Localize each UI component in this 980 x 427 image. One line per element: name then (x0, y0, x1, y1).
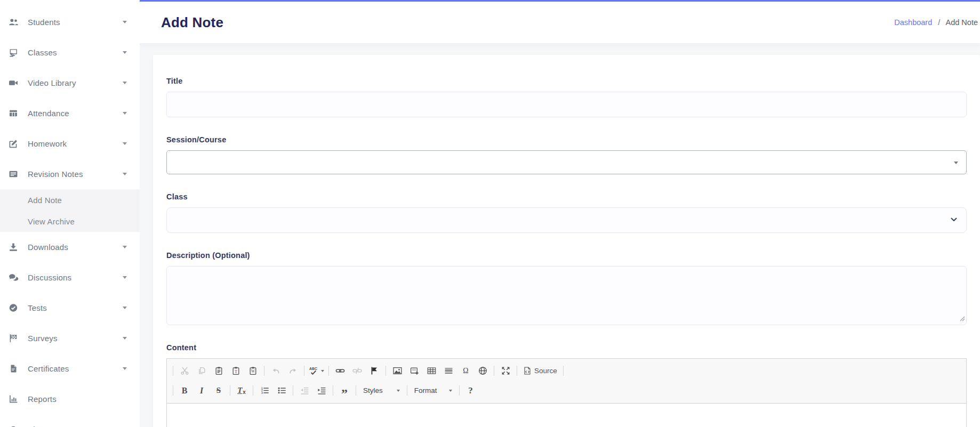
file-certificate-icon (6, 364, 20, 373)
svg-text:ABC: ABC (309, 367, 317, 370)
format-dropdown-label: Format (414, 386, 437, 394)
sidebar-item-label: Students (28, 18, 123, 27)
source-icon[interactable]: Source (520, 364, 560, 378)
video-camera-icon (6, 78, 20, 87)
session-select[interactable] (166, 150, 967, 174)
cut-icon[interactable] (176, 364, 193, 378)
strikethrough-icon[interactable]: S (210, 383, 227, 398)
iframe-globe-icon[interactable] (474, 364, 491, 378)
bold-icon[interactable]: B (176, 383, 193, 398)
resize-grip-icon[interactable] (960, 314, 965, 324)
redo-icon[interactable] (284, 364, 301, 378)
toolbar-row-1: T W (170, 361, 963, 381)
remove-format-icon[interactable]: Tx (233, 383, 250, 398)
svg-text:Ω: Ω (463, 367, 468, 375)
users-icon (6, 18, 20, 27)
blockquote-icon[interactable]: ” (336, 383, 353, 398)
chevron-down-icon (950, 216, 958, 223)
blog-icon (6, 425, 20, 427)
sidebar-item-reports[interactable]: Reports (0, 384, 140, 414)
sidebar-item-revision-notes[interactable]: Revision Notes (0, 159, 140, 189)
add-note-card: Title Session/Course Class (153, 55, 980, 427)
chat-bubbles-icon (6, 273, 20, 282)
checkered-flag-icon (6, 334, 20, 343)
table-grid-icon (6, 109, 20, 118)
svg-text:W: W (251, 369, 254, 374)
description-label: Description (Optional) (166, 251, 967, 260)
table-icon[interactable] (423, 364, 440, 378)
styles-dropdown[interactable]: Styles (359, 383, 404, 398)
sidebar-item-attendance[interactable]: Attendance (0, 98, 140, 128)
sidebar-item-label: Blog (28, 425, 127, 427)
format-dropdown[interactable]: Format (410, 383, 456, 398)
breadcrumb-current: Add Note (946, 18, 978, 27)
chevron-down-icon (123, 367, 127, 370)
toolbar-row-2: B I S Tx 123 (170, 381, 963, 400)
maximize-icon[interactable] (497, 364, 514, 378)
sidebar-item-video-library[interactable]: Video Library (0, 68, 140, 98)
svg-text:3: 3 (261, 391, 263, 394)
bulleted-list-icon[interactable] (273, 383, 290, 398)
editor-content-area[interactable] (167, 404, 966, 427)
chevron-down-icon (123, 276, 127, 279)
copy-icon[interactable] (193, 364, 210, 378)
breadcrumb-separator: / (938, 18, 940, 27)
special-char-icon[interactable]: Ω (457, 364, 474, 378)
chevron-down-icon (321, 370, 324, 372)
sidebar-item-label: Tests (28, 303, 123, 312)
indent-icon[interactable] (313, 383, 330, 398)
unlink-icon[interactable] (349, 364, 366, 378)
spellcheck-icon[interactable]: ABC (307, 364, 326, 378)
numbered-list-icon[interactable]: 123 (256, 383, 273, 398)
sidebar-item-label: Certificates (28, 364, 123, 373)
submenu-item-view-archive[interactable]: View Archive (0, 211, 140, 232)
chevron-down-icon (123, 246, 127, 248)
paste-word-icon[interactable]: W (244, 364, 261, 378)
sidebar-item-certificates[interactable]: Certificates (0, 353, 140, 384)
download-icon (6, 243, 20, 252)
content-group: Content (166, 343, 967, 427)
chevron-down-icon (397, 390, 400, 392)
sidebar-item-label: Video Library (28, 78, 123, 87)
sidebar-nav: Students Classes Video Library Attendanc… (0, 0, 140, 427)
sidebar-item-discussions[interactable]: Discussions (0, 262, 140, 293)
submenu-item-add-note[interactable]: Add Note (0, 189, 140, 211)
media-embed-icon[interactable] (406, 364, 423, 378)
bar-chart-icon (6, 394, 20, 404)
description-textarea[interactable] (166, 266, 967, 325)
sidebar-item-surveys[interactable]: Surveys (0, 323, 140, 353)
class-label: Class (166, 192, 967, 201)
title-input[interactable] (166, 92, 967, 117)
check-circle-icon (6, 303, 20, 312)
outdent-icon[interactable] (296, 383, 313, 398)
undo-icon[interactable] (267, 364, 284, 378)
rich-text-editor: T W (166, 358, 967, 427)
chevron-up-icon (123, 173, 127, 175)
paste-icon[interactable] (210, 364, 227, 378)
main-area: Add Note Dashboard / Add Note Title Sess… (140, 0, 980, 427)
chevron-down-icon (449, 390, 452, 392)
sidebar-item-downloads[interactable]: Downloads (0, 232, 140, 262)
about-icon[interactable]: ? (462, 383, 479, 398)
page-title: Add Note (161, 14, 223, 31)
chevron-down-icon (123, 337, 127, 340)
sidebar-item-blog[interactable]: Blog (0, 414, 140, 427)
chevron-down-icon (123, 82, 127, 84)
sidebar-item-classes[interactable]: Classes (0, 37, 140, 68)
paste-text-icon[interactable]: T (227, 364, 244, 378)
svg-text:T: T (234, 369, 237, 374)
italic-icon[interactable]: I (193, 383, 210, 398)
sidebar-item-students[interactable]: Students (0, 7, 140, 37)
class-select[interactable] (166, 207, 967, 233)
session-label: Session/Course (166, 135, 967, 144)
breadcrumb-dashboard-link[interactable]: Dashboard (894, 18, 932, 27)
image-icon[interactable] (389, 364, 406, 378)
anchor-flag-icon[interactable] (366, 364, 383, 378)
chevron-down-icon (123, 51, 127, 54)
content-label: Content (166, 343, 967, 352)
link-icon[interactable] (332, 364, 349, 378)
revision-notes-submenu: Add Note View Archive (0, 189, 140, 232)
sidebar-item-homework[interactable]: Homework (0, 128, 140, 159)
sidebar-item-tests[interactable]: Tests (0, 293, 140, 323)
horizontal-rule-icon[interactable] (440, 364, 457, 378)
